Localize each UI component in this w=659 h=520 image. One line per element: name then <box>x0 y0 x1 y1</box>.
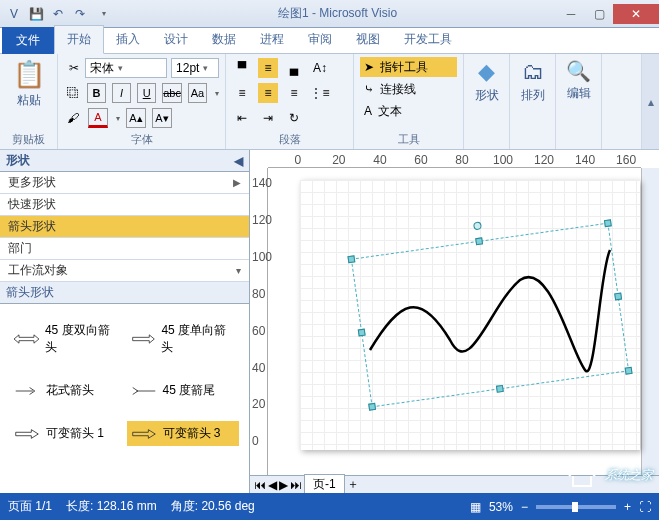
resize-handle-tr[interactable] <box>604 219 612 227</box>
drawing-page[interactable] <box>300 180 640 450</box>
tab-view[interactable]: 视图 <box>344 26 392 53</box>
pointer-tool-button[interactable]: ➤ 指针工具 <box>360 57 457 77</box>
arrow-double-icon <box>14 332 39 346</box>
indent-decrease-button[interactable]: ⇤ <box>232 108 252 128</box>
page-tab-1[interactable]: 页-1 <box>304 474 345 493</box>
shape-item-var3[interactable]: 可变箭头 3 <box>127 421 240 446</box>
pagetab-last-icon[interactable]: ⏭ <box>290 478 302 492</box>
qat-dropdown-icon[interactable]: ▾ <box>94 4 114 24</box>
ribbon-collapse-icon[interactable]: ▴ <box>641 54 659 149</box>
ruler-h-tick: 140 <box>575 153 595 167</box>
clipboard-icon: 📋 <box>13 59 45 90</box>
connector-tool-button[interactable]: ⤷ 连接线 <box>360 79 457 99</box>
pagetab-first-icon[interactable]: ⏮ <box>254 478 266 492</box>
copy-icon[interactable]: ⿻ <box>64 86 81 100</box>
chevron-left-icon[interactable]: ◀ <box>234 154 243 168</box>
resize-handle-t[interactable] <box>475 237 483 245</box>
pagetab-add-icon[interactable]: ＋ <box>347 476 359 493</box>
font-family-combo[interactable]: 宋体▾ <box>85 58 167 78</box>
bullets-button[interactable]: ⋮≡ <box>310 83 330 103</box>
font-grow-button[interactable]: A▴ <box>126 108 146 128</box>
resize-handle-br[interactable] <box>625 367 633 375</box>
ruler-v-tick: 140 <box>252 176 272 190</box>
ruler-h-tick: 120 <box>534 153 554 167</box>
shapes-row-dept[interactable]: 部门 <box>0 238 249 260</box>
align-right-button[interactable]: ≡ <box>284 83 304 103</box>
cut-icon[interactable]: ✂ <box>64 61 85 75</box>
change-case-button[interactable]: Aa <box>188 83 207 103</box>
undo-icon[interactable]: ↶ <box>48 4 68 24</box>
rotate-button[interactable]: ↻ <box>284 108 304 128</box>
zoom-out-button[interactable]: − <box>521 500 528 514</box>
font-color-button[interactable]: A <box>88 108 108 128</box>
tab-dev[interactable]: 开发工具 <box>392 26 464 53</box>
shape-button[interactable]: ◆ 形状 <box>470 57 503 106</box>
align-bottom-button[interactable]: ▄ <box>284 58 304 78</box>
pagetab-next-icon[interactable]: ▶ <box>279 478 288 492</box>
shapes-row-workflow[interactable]: 工作流对象▾ <box>0 260 249 282</box>
shape-item-45-double[interactable]: 45 度双向箭头 <box>10 318 123 360</box>
resize-handle-r[interactable] <box>614 293 622 301</box>
tab-data[interactable]: 数据 <box>200 26 248 53</box>
edit-button[interactable]: 🔍 编辑 <box>562 57 595 104</box>
text-direction-button[interactable]: A↕ <box>310 58 330 78</box>
font-shrink-button[interactable]: A▾ <box>152 108 172 128</box>
tab-process[interactable]: 进程 <box>248 26 296 53</box>
fit-window-icon[interactable]: ⛶ <box>639 500 651 514</box>
tab-file[interactable]: 文件 <box>2 27 54 54</box>
bold-button[interactable]: B <box>87 83 106 103</box>
tab-home[interactable]: 开始 <box>54 25 104 54</box>
shape-item-45-tail[interactable]: 45 度箭尾 <box>127 378 240 403</box>
tab-design[interactable]: 设计 <box>152 26 200 53</box>
minimize-button[interactable]: ─ <box>557 4 585 24</box>
quick-access-toolbar: V 💾 ↶ ↷ ▾ <box>0 4 118 24</box>
align-left-button[interactable]: ≡ <box>232 83 252 103</box>
tab-insert[interactable]: 插入 <box>104 26 152 53</box>
italic-button[interactable]: I <box>112 83 131 103</box>
align-center-button[interactable]: ≡ <box>258 83 278 103</box>
shapes-row-more[interactable]: 更多形状▶ <box>0 172 249 194</box>
ruler-h-tick: 20 <box>332 153 345 167</box>
shapes-row-arrow[interactable]: 箭头形状 <box>0 216 249 238</box>
zoom-thumb[interactable] <box>572 502 578 512</box>
maximize-button[interactable]: ▢ <box>585 4 613 24</box>
paste-button[interactable]: 📋 粘贴 <box>9 57 49 111</box>
close-button[interactable]: ✕ <box>613 4 659 24</box>
format-painter-icon[interactable]: 🖌 <box>64 111 82 125</box>
arrange-label: 排列 <box>521 87 545 104</box>
shape-item-var1[interactable]: 可变箭头 1 <box>10 421 123 446</box>
zoom-slider[interactable] <box>536 505 616 509</box>
strike-button[interactable]: abc <box>162 83 182 103</box>
group-edit: 🔍 编辑 <box>556 54 602 149</box>
shape-item-45-single[interactable]: 45 度单向箭头 <box>127 318 240 360</box>
zoom-in-button[interactable]: + <box>624 500 631 514</box>
align-top-button[interactable]: ▀ <box>232 58 252 78</box>
resize-handle-bl[interactable] <box>368 403 376 411</box>
shape-label: 形状 <box>475 87 499 104</box>
font-grow-icon[interactable]: ▾ <box>215 89 219 98</box>
align-middle-button[interactable]: ≡ <box>258 58 278 78</box>
view-mode-icon[interactable]: ▦ <box>470 500 481 514</box>
text-tool-button[interactable]: A 文本 <box>360 101 457 121</box>
house-icon <box>565 460 599 490</box>
shape-a3-label: 花式箭头 <box>46 382 94 399</box>
underline-button[interactable]: U <box>137 83 156 103</box>
arrange-button[interactable]: 🗂 排列 <box>516 57 549 106</box>
window-controls: ─ ▢ ✕ <box>557 4 659 24</box>
vertical-scrollbar[interactable] <box>641 168 659 475</box>
indent-increase-button[interactable]: ⇥ <box>258 108 278 128</box>
resize-handle-l[interactable] <box>358 329 366 337</box>
save-icon[interactable]: 💾 <box>26 4 46 24</box>
shape-item-fancy[interactable]: 花式箭头 <box>10 378 123 403</box>
font-color-dropdown-icon[interactable]: ▾ <box>116 114 120 123</box>
app-icon[interactable]: V <box>4 4 24 24</box>
tab-review[interactable]: 审阅 <box>296 26 344 53</box>
shapes-row-quick[interactable]: 快速形状 <box>0 194 249 216</box>
resize-handle-tl[interactable] <box>347 255 355 263</box>
status-length: 长度: 128.16 mm <box>66 498 157 515</box>
font-size-combo[interactable]: 12pt▾ <box>171 58 219 78</box>
pagetab-prev-icon[interactable]: ◀ <box>268 478 277 492</box>
resize-handle-b[interactable] <box>496 385 504 393</box>
redo-icon[interactable]: ↷ <box>70 4 90 24</box>
arrow-fancy-icon <box>14 384 40 398</box>
